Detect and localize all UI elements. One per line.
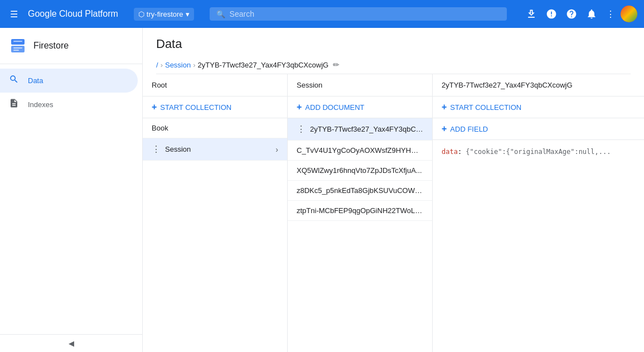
menu-button[interactable]: ☰ (7, 6, 21, 23)
indexes-icon (9, 98, 19, 111)
sidebar-collapse-button[interactable]: ◀ (0, 334, 142, 352)
sidebar: Firestore Data Indexes ◀ (0, 28, 143, 352)
nav-icons: ⋮ (522, 5, 637, 23)
search-input[interactable] (230, 9, 500, 18)
top-nav: ☰ Google Cloud Platform ⬡ try-firestore … (0, 0, 644, 28)
more-options-button[interactable]: ⋮ (603, 6, 618, 23)
list-item[interactable]: ⋮ Session › (143, 138, 287, 161)
plus-icon: + (442, 102, 447, 112)
document-panel-header: 2yTYB-7Twcf3e27_Yax4FY3qbCXcowjG (433, 74, 644, 97)
start-collection-doc-button[interactable]: + START COLLECTION (433, 97, 644, 118)
start-collection-root-button[interactable]: + START COLLECTION (143, 97, 287, 118)
root-panel: Root + START COLLECTION Book ⋮ Session › (143, 74, 288, 352)
list-item[interactable]: C_TvV4U1YgCoOyAOXWsfZ9HYHQe... (288, 141, 432, 161)
list-item[interactable]: z8DKc5_p5nkEdTa8GjbKSUVuCOWc... (288, 181, 432, 201)
item-menu-icon[interactable]: ⋮ (152, 144, 161, 155)
field-separator: : (458, 148, 466, 156)
add-field-button[interactable]: + ADD FIELD (433, 118, 644, 140)
root-panel-items: Book ⋮ Session › (143, 118, 287, 352)
notifications-button[interactable] (583, 5, 601, 23)
start-collection-doc-label: START COLLECTION (450, 103, 521, 112)
list-item[interactable]: ztpTni-MCbFEP9qgOpGiNH22TWoLN... (288, 201, 432, 221)
field-value: {"cookie":{"originalMaxAge":null,... (466, 148, 611, 156)
document-panel: 2yTYB-7Twcf3e27_Yax4FY3qbCXcowjG + START… (433, 74, 644, 352)
upload-icon (526, 8, 537, 20)
data-field: data: {"cookie":{"originalMaxAge":null,.… (433, 140, 644, 164)
doc5-text: ztpTni-MCbFEP9qgOpGiNH22TWoLN... (297, 206, 423, 215)
more-icon: ⋮ (606, 9, 615, 20)
plus-icon: + (297, 102, 302, 112)
plus-icon: + (442, 124, 447, 134)
list-item[interactable]: Book (143, 118, 287, 138)
bell-icon (586, 8, 597, 20)
doc3-text: XQ5WlZwy1r6hnqVto7ZpJDsTcXfjuA... (297, 166, 423, 175)
content-area: Data / › Session › 2yTYB-7Twcf3e27_Yax4F… (143, 28, 644, 352)
data-panels: Root + START COLLECTION Book ⋮ Session › (143, 74, 644, 352)
plus-icon: + (152, 102, 157, 112)
help-icon (566, 8, 577, 20)
breadcrumb-edit-icon[interactable]: ✏ (333, 60, 340, 69)
app-name: Google Cloud Platform (28, 9, 118, 19)
breadcrumb-root[interactable]: / (156, 61, 158, 69)
chevron-down-icon: ▾ (186, 10, 190, 18)
project-selector[interactable]: ⬡ try-firestore ▾ (134, 8, 194, 21)
start-collection-root-label: START COLLECTION (160, 103, 231, 112)
breadcrumb: / › Session › 2yTYB-7Twcf3e27_Yax4FY3qbC… (156, 56, 631, 74)
firestore-logo (9, 37, 27, 55)
doc1-text: 2yTYB-7Twcf3e27_Yax4FY3qbCXco... (310, 125, 423, 133)
app-logo: Google Cloud Platform (28, 9, 118, 19)
sidebar-item-data-label: Data (28, 76, 43, 85)
sidebar-nav: Data Indexes (0, 64, 142, 334)
session-panel: Session + ADD DOCUMENT ⋮ 2yTYB-7Twcf3e27… (288, 74, 433, 352)
project-name: try-firestore (147, 10, 183, 18)
sidebar-brand: Firestore (0, 28, 142, 64)
document-fields: data: {"cookie":{"originalMaxAge":null,.… (433, 140, 644, 352)
item-session-text: Session (165, 145, 275, 153)
firestore-icon (10, 38, 26, 54)
list-item[interactable]: XQ5WlZwy1r6hnqVto7ZpJDsTcXfjuA... (288, 161, 432, 181)
sidebar-brand-name: Firestore (33, 41, 69, 51)
add-document-label: ADD DOCUMENT (305, 103, 364, 112)
sidebar-item-indexes-label: Indexes (28, 100, 54, 109)
breadcrumb-current: 2yTYB-7Twcf3e27_Yax4FY3qbCXcowjG (198, 61, 329, 69)
item-menu-icon[interactable]: ⋮ (297, 124, 306, 134)
avatar-image (621, 6, 637, 22)
doc4-text: z8DKc5_p5nkEdTa8GjbKSUVuCOWc... (297, 186, 423, 195)
session-panel-header: Session (288, 74, 432, 97)
main-layout: Firestore Data Indexes ◀ Data / (0, 28, 644, 352)
search-icon: 🔍 (216, 10, 225, 18)
sidebar-item-indexes[interactable]: Indexes (0, 93, 138, 117)
alert-icon (546, 8, 557, 20)
svg-rect-4 (13, 50, 19, 51)
svg-rect-2 (13, 41, 22, 42)
breadcrumb-link-session[interactable]: Session (165, 61, 191, 69)
svg-rect-3 (13, 47, 22, 49)
menu-icon: ☰ (10, 9, 18, 20)
breadcrumb-sep-1: › (161, 61, 163, 69)
add-field-label: ADD FIELD (450, 125, 488, 133)
upload-button[interactable] (522, 5, 540, 23)
field-key: data (442, 148, 458, 156)
item-book-text: Book (152, 124, 278, 132)
error-button[interactable] (543, 5, 560, 23)
doc2-text: C_TvV4U1YgCoOyAOXWsfZ9HYHQe... (297, 146, 423, 155)
avatar[interactable] (621, 6, 637, 22)
page-title: Data (156, 37, 631, 51)
sidebar-item-data[interactable]: Data (0, 69, 138, 93)
svg-rect-1 (11, 46, 25, 52)
root-panel-header: Root (143, 74, 287, 97)
breadcrumb-sep-2: › (193, 61, 195, 69)
session-panel-items: ⋮ 2yTYB-7Twcf3e27_Yax4FY3qbCXco... C_TvV… (288, 118, 432, 352)
list-item[interactable]: ⋮ 2yTYB-7Twcf3e27_Yax4FY3qbCXco... (288, 118, 432, 141)
collapse-icon: ◀ (69, 339, 74, 348)
chevron-right-icon: › (275, 145, 278, 154)
search-icon (9, 74, 19, 87)
project-icon: ⬡ (138, 10, 144, 18)
search-bar[interactable]: 🔍 (210, 7, 507, 21)
content-header: Data / › Session › 2yTYB-7Twcf3e27_Yax4F… (143, 28, 644, 74)
help-button[interactable] (563, 5, 580, 23)
add-document-button[interactable]: + ADD DOCUMENT (288, 97, 432, 118)
